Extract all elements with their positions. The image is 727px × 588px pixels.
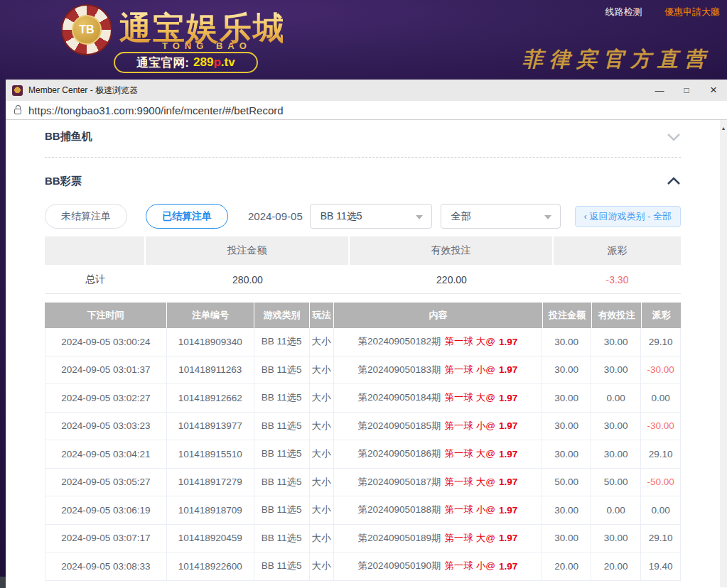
cell-time: 2024-09-05 03:06:19 bbox=[45, 496, 167, 524]
cell-bet-amount: 30.00 bbox=[542, 525, 591, 552]
cell-order-id: 101418915510 bbox=[167, 440, 254, 468]
game-select-value: BB 11选5 bbox=[321, 210, 362, 223]
cell-payout: 0.00 bbox=[641, 496, 680, 524]
window-titlebar: Member Center - 极速浏览器 — □ × bbox=[6, 80, 727, 101]
table-row: 2024-09-05 03:06:19 101418918709 BB 11选5… bbox=[45, 496, 680, 525]
filter-bar: 未结算注单 已结算注单 2024-09-05 BB 11选5 全部 ‹ 返回游戏… bbox=[45, 204, 681, 229]
cell-pick: 第一球 大@ bbox=[445, 532, 495, 545]
date-filter[interactable]: 2024-09-05 bbox=[248, 210, 303, 222]
cell-odds: 1.97 bbox=[499, 477, 517, 487]
cell-game: BB 11选5 bbox=[254, 328, 310, 356]
scroll-up-arrow-icon[interactable]: ▲ bbox=[720, 120, 727, 131]
cell-odds: 1.97 bbox=[499, 337, 517, 347]
cell-order-id: 101418917279 bbox=[167, 469, 254, 496]
bet-records-table: 下注时间 注单编号 游戏类别 玩法 内容 投注金额 有效投注 派彩 2024-0… bbox=[45, 303, 681, 581]
settled-bets-button[interactable]: 已结算注单 bbox=[146, 204, 228, 229]
official-site-p: p bbox=[213, 55, 220, 70]
cell-content: 第202409050186期 第一球 大@1.97 bbox=[334, 440, 543, 468]
cell-period: 第202409050186期 bbox=[357, 447, 441, 460]
cell-payout: 19.40 bbox=[641, 552, 680, 580]
cell-content: 第202409050182期 第一球 大@1.97 bbox=[334, 328, 543, 356]
cell-odds: 1.97 bbox=[499, 449, 517, 459]
url-text[interactable]: https://tongbao31.com:9900/infe/mcenter/… bbox=[28, 104, 284, 116]
cell-order-id: 101418911263 bbox=[167, 356, 254, 384]
cell-payout: 29.10 bbox=[641, 525, 680, 552]
cell-order-id: 101418909340 bbox=[167, 328, 254, 356]
chevron-up-icon[interactable] bbox=[667, 176, 681, 186]
summary-header-empty bbox=[45, 236, 146, 265]
chevron-down-icon[interactable] bbox=[667, 132, 681, 142]
cell-period: 第202409050189期 bbox=[357, 532, 441, 545]
cell-bet-amount: 30.00 bbox=[542, 328, 591, 356]
scope-select-dropdown[interactable]: 全部 bbox=[441, 204, 561, 229]
summary-total-label: 总计 bbox=[45, 266, 146, 293]
official-site-tv: .tv bbox=[221, 55, 235, 70]
cell-valid-bet: 0.00 bbox=[591, 496, 641, 524]
table-row: 2024-09-05 03:02:27 101418912662 BB 11选5… bbox=[45, 384, 680, 413]
summary-table: 投注金额 有效投注 派彩 总计 280.00 220.00 -3.30 bbox=[45, 236, 681, 294]
cell-time: 2024-09-05 03:03:23 bbox=[45, 413, 167, 440]
cell-valid-bet: 20.00 bbox=[591, 552, 641, 580]
game-select-dropdown[interactable]: BB 11选5 bbox=[310, 204, 432, 229]
summary-header-bet: 投注金额 bbox=[146, 236, 350, 265]
cell-valid-bet: 30.00 bbox=[591, 440, 641, 468]
cell-pick: 第一球 大@ bbox=[445, 391, 495, 404]
cell-payout: -50.00 bbox=[641, 469, 680, 496]
cell-time: 2024-09-05 03:08:33 bbox=[45, 552, 167, 580]
cell-game: BB 11选5 bbox=[254, 552, 310, 580]
cell-game: BB 11选5 bbox=[254, 496, 310, 524]
cell-order-id: 101418913977 bbox=[167, 413, 254, 440]
header-bet-amount: 投注金额 bbox=[543, 303, 592, 328]
cell-play: 大小 bbox=[310, 328, 334, 356]
cell-payout: 29.10 bbox=[641, 328, 680, 356]
unsettled-bets-button[interactable]: 未结算注单 bbox=[45, 204, 127, 229]
cell-bet-amount: 20.00 bbox=[542, 552, 591, 580]
cell-bet-amount: 30.00 bbox=[542, 356, 591, 384]
summary-total-row: 总计 280.00 220.00 -3.30 bbox=[45, 266, 681, 294]
cell-pick: 第一球 小@ bbox=[445, 364, 495, 376]
bet-table-rows: 2024-09-05 03:00:24 101418909340 BB 11选5… bbox=[45, 328, 681, 581]
address-bar[interactable]: https://tongbao31.com:9900/infe/mcenter/… bbox=[6, 101, 727, 120]
minimize-button[interactable]: — bbox=[646, 80, 673, 101]
table-header-row: 下注时间 注单编号 游戏类别 玩法 内容 投注金额 有效投注 派彩 bbox=[45, 303, 681, 328]
summary-total-payout: -3.30 bbox=[554, 266, 681, 293]
line-check-link[interactable]: 线路检测 bbox=[605, 6, 642, 17]
section-lottery-header[interactable]: BB彩票 bbox=[45, 158, 681, 199]
maximize-button[interactable]: □ bbox=[673, 80, 700, 101]
vertical-scrollbar[interactable]: ▲ bbox=[720, 120, 727, 587]
top-banner: TB 通宝娱乐城 TONG BAO 通宝官网: 289 p .tv 线路检测 優… bbox=[0, 0, 727, 80]
summary-header-row: 投注金额 有效投注 派彩 bbox=[45, 236, 681, 265]
site-logo-subtitle: TONG BAO bbox=[162, 40, 252, 51]
cell-time: 2024-09-05 03:00:24 bbox=[45, 328, 167, 356]
cell-order-id: 101418912662 bbox=[167, 384, 254, 412]
summary-header-valid: 有效投注 bbox=[350, 236, 554, 265]
section-fishing-header[interactable]: BB捕鱼机 bbox=[45, 123, 681, 158]
close-button[interactable]: × bbox=[700, 80, 727, 101]
cell-game: BB 11选5 bbox=[254, 440, 310, 468]
cell-valid-bet: 30.00 bbox=[591, 413, 641, 440]
promo-apply-link[interactable]: 優惠申請大廳 bbox=[664, 6, 720, 17]
cell-content: 第202409050188期 第一球 小@1.97 bbox=[334, 496, 543, 524]
cell-payout: -30.00 bbox=[641, 356, 680, 384]
cell-play: 大小 bbox=[310, 496, 334, 524]
taskbar-corner bbox=[0, 577, 6, 588]
cell-period: 第202409050182期 bbox=[357, 335, 441, 348]
cell-game: BB 11选5 bbox=[254, 384, 310, 412]
cell-pick: 第一球 大@ bbox=[445, 476, 495, 489]
back-to-game-category-button[interactable]: ‹ 返回游戏类别 - 全部 bbox=[575, 206, 682, 227]
cell-odds: 1.97 bbox=[499, 505, 517, 516]
cell-pick: 第一球 小@ bbox=[445, 560, 495, 572]
table-row: 2024-09-05 03:07:17 101418920459 BB 11选5… bbox=[45, 525, 680, 553]
cell-play: 大小 bbox=[310, 440, 334, 468]
cell-bet-amount: 30.00 bbox=[542, 384, 591, 412]
header-bet-time: 下注时间 bbox=[45, 303, 167, 328]
cell-bet-amount: 50.00 bbox=[542, 469, 591, 496]
official-site-label: 通宝官网: bbox=[136, 55, 189, 71]
banner-links: 线路检测 優惠申請大廳 bbox=[605, 6, 720, 18]
cell-time: 2024-09-05 03:07:17 bbox=[45, 525, 167, 552]
table-row: 2024-09-05 03:00:24 101418909340 BB 11选5… bbox=[45, 328, 680, 356]
cell-game: BB 11选5 bbox=[254, 413, 310, 440]
cell-valid-bet: 30.00 bbox=[591, 328, 641, 356]
cell-play: 大小 bbox=[310, 552, 334, 580]
cell-period: 第202409050190期 bbox=[357, 560, 441, 572]
